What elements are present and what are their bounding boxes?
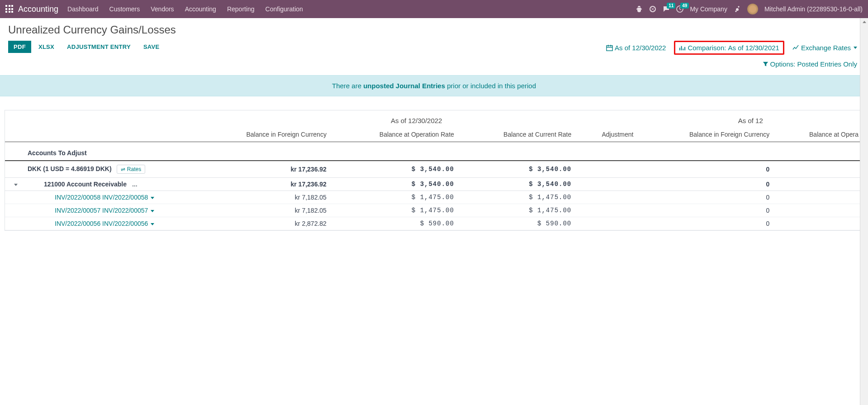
banner-suffix: prior or included in this period <box>445 82 536 90</box>
filter-as-of-label: As of 12/30/2022 <box>615 44 666 52</box>
messages-badge: 11 <box>667 3 675 9</box>
inv2-operation: $ 590.00 <box>331 217 459 230</box>
period-1-header: As of 12/30/2022 <box>195 110 638 128</box>
row-invoice-2: INV/2022/00056 INV/2022/00056 kr 2,872.8… <box>5 217 863 230</box>
period-2-header: As of 12 <box>638 110 863 128</box>
bar-chart-icon <box>679 44 686 51</box>
menu-accounting[interactable]: Accounting <box>185 5 216 13</box>
inv0-current: $ 1,475.00 <box>459 191 576 204</box>
inv0-foreign: kr 7,182.05 <box>195 191 331 204</box>
bug-icon[interactable] <box>636 5 643 13</box>
section-label: Accounts To Adjust <box>5 142 195 161</box>
col-operation2: Balance at Opera <box>774 128 863 142</box>
vertical-scrollbar[interactable] <box>860 18 868 235</box>
filter-comparison-value: As of 12/30/2021 <box>728 44 779 52</box>
account-label[interactable]: 121000 Account Receivable <box>44 181 127 188</box>
chevron-down-icon <box>854 47 857 49</box>
inv1-foreign: kr 7,182.05 <box>195 204 331 217</box>
row-invoice-1: INV/2022/00057 INV/2022/00057 kr 7,182.0… <box>5 204 863 217</box>
scroll-up-icon[interactable] <box>860 18 868 26</box>
save-button[interactable]: SAVE <box>138 41 165 53</box>
filter-comparison[interactable]: Comparison: As of 12/30/2021 <box>674 41 784 55</box>
user-menu[interactable]: Mitchell Admin (22289530-16-0-all) <box>764 5 863 13</box>
inv2-adjustment <box>576 217 638 230</box>
report-area: As of 12/30/2022 As of 12 Balance in For… <box>0 96 868 235</box>
apps-icon[interactable] <box>5 5 14 13</box>
invoice-link[interactable]: INV/2022/00057 INV/2022/00057 <box>55 207 148 214</box>
toolbar: PDF XLSX ADJUSTMENT ENTRY SAVE As of 12/… <box>8 41 860 70</box>
invoice-link[interactable]: INV/2022/00058 INV/2022/00058 <box>55 194 148 201</box>
xlsx-button[interactable]: XLSX <box>33 41 60 53</box>
menu-vendors[interactable]: Vendors <box>151 5 174 13</box>
menu-customers[interactable]: Customers <box>109 5 140 13</box>
filter-comparison-label: Comparison: <box>688 44 726 52</box>
inv2-foreign: kr 2,872.82 <box>195 217 331 230</box>
messages-icon[interactable]: 11 <box>663 5 670 13</box>
calendar-icon <box>606 44 613 51</box>
inv0-adjustment <box>576 191 638 204</box>
inv0-operation: $ 1,475.00 <box>331 191 459 204</box>
navbar-right: 11 49 My Company Mitchell Admin (2228953… <box>636 4 863 14</box>
filter-options[interactable]: Options: Posted Entries Only <box>760 58 860 70</box>
inv1-operation: $ 1,475.00 <box>331 204 459 217</box>
caret-toggle-icon[interactable] <box>14 184 18 186</box>
chevron-down-icon[interactable] <box>151 197 154 199</box>
chevron-down-icon[interactable] <box>151 210 154 212</box>
filter-options-label: Options: <box>770 60 796 68</box>
tools-icon[interactable] <box>734 5 741 13</box>
col-operation: Balance at Operation Rate <box>331 128 459 142</box>
main-menu: Dashboard Customers Vendors Accounting R… <box>67 5 303 13</box>
filter-exchange-label: Exchange Rates <box>801 44 851 52</box>
dkk-operation: $ 3,540.00 <box>331 161 459 178</box>
dkk-foreign2: 0 <box>638 161 774 178</box>
col-foreign2: Balance in Foreign Currency <box>638 128 774 142</box>
menu-configuration[interactable]: Configuration <box>266 5 303 13</box>
toolbar-left: PDF XLSX ADJUSTMENT ENTRY SAVE <box>8 41 165 53</box>
invoice-link[interactable]: INV/2022/00056 INV/2022/00056 <box>55 220 148 227</box>
inv0-foreign2: 0 <box>638 191 774 204</box>
dkk-label: DKK (1 USD = 4.86919 DKK) <box>28 165 112 172</box>
toolbar-right: As of 12/30/2022 Comparison: As of 12/30… <box>603 41 860 70</box>
col-current: Balance at Current Rate <box>459 128 576 142</box>
rates-button[interactable]: ⇌ Rates <box>117 165 145 174</box>
ellipsis-button[interactable]: ... <box>132 181 138 188</box>
adjustment-entry-button[interactable]: ADJUSTMENT ENTRY <box>62 41 136 53</box>
menu-dashboard[interactable]: Dashboard <box>67 5 99 13</box>
svg-rect-2 <box>607 46 612 51</box>
report-table: As of 12/30/2022 As of 12 Balance in For… <box>5 110 863 230</box>
col-foreign: Balance in Foreign Currency <box>195 128 331 142</box>
inv2-current: $ 590.00 <box>459 217 576 230</box>
row-account-receivable: 121000 Account Receivable ... kr 17,236.… <box>5 178 863 191</box>
dkk-current: $ 3,540.00 <box>459 161 576 178</box>
filters-row-1: As of 12/30/2022 Comparison: As of 12/30… <box>603 41 860 55</box>
page-header: Unrealized Currency Gains/Losses PDF XLS… <box>0 18 868 70</box>
inv2-foreign2: 0 <box>638 217 774 230</box>
info-banner: There are unposted Journal Entries prior… <box>0 75 868 96</box>
activities-icon[interactable]: 49 <box>676 5 683 13</box>
dkk-foreign: kr 17,236.92 <box>195 161 331 178</box>
filter-exchange-rates[interactable]: Exchange Rates <box>790 42 860 53</box>
top-navbar: Accounting Dashboard Customers Vendors A… <box>0 0 868 18</box>
section-accounts-to-adjust: Accounts To Adjust <box>5 142 863 161</box>
filter-icon <box>763 61 768 67</box>
filters-row-2: Options: Posted Entries Only <box>760 58 860 70</box>
app-brand[interactable]: Accounting <box>18 5 58 14</box>
dkk-adjustment <box>576 161 638 178</box>
inv1-foreign2: 0 <box>638 204 774 217</box>
banner-link[interactable]: unposted Journal Entries <box>363 82 445 90</box>
inv1-current: $ 1,475.00 <box>459 204 576 217</box>
menu-reporting[interactable]: Reporting <box>227 5 255 13</box>
filter-as-of[interactable]: As of 12/30/2022 <box>603 42 669 53</box>
avatar[interactable] <box>747 4 758 14</box>
row-invoice-0: INV/2022/00058 INV/2022/00058 kr 7,182.0… <box>5 191 863 204</box>
line-chart-icon <box>792 44 799 51</box>
pdf-button[interactable]: PDF <box>8 41 31 53</box>
chevron-down-icon[interactable] <box>151 223 154 225</box>
account-foreign: kr 17,236.92 <box>195 178 331 191</box>
report-panel: As of 12/30/2022 As of 12 Balance in For… <box>5 110 863 231</box>
account-adjustment <box>576 178 638 191</box>
account-operation: $ 3,540.00 <box>331 178 459 191</box>
support-icon[interactable] <box>649 5 656 13</box>
company-switcher[interactable]: My Company <box>690 5 727 13</box>
account-foreign2: 0 <box>638 178 774 191</box>
